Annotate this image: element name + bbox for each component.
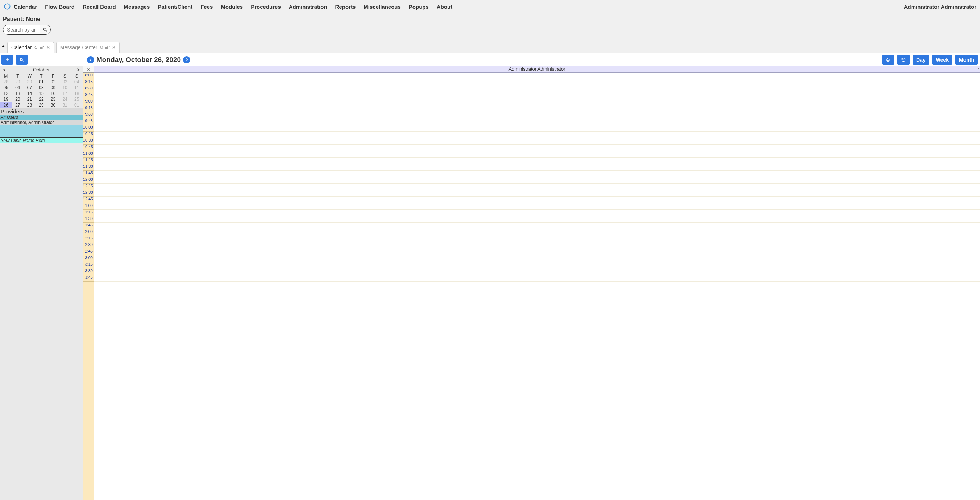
provider-icon-header[interactable] [83, 66, 94, 73]
mini-cal-day[interactable]: 06 [12, 85, 24, 90]
mini-cal-day[interactable]: 21 [24, 96, 35, 102]
time-slot-label[interactable]: 1:45 [83, 223, 94, 229]
mini-cal-prev[interactable]: < [3, 67, 6, 73]
mini-cal-day[interactable]: 18 [71, 90, 83, 96]
schedule-slot[interactable] [94, 92, 980, 99]
lock-icon[interactable]: 🔓︎ [40, 45, 44, 50]
view-week-button[interactable]: Week [932, 55, 953, 65]
mini-cal-day[interactable]: 30 [24, 79, 35, 85]
print-button[interactable] [882, 55, 894, 65]
schedule-slot[interactable] [94, 236, 980, 242]
schedule-slot[interactable] [94, 190, 980, 197]
mini-cal-day[interactable]: 04 [71, 79, 83, 85]
mini-cal-day[interactable]: 28 [24, 102, 35, 108]
time-slot-label[interactable]: 1:15 [83, 210, 94, 216]
mini-cal-day[interactable]: 13 [12, 90, 24, 96]
menu-item-fees[interactable]: Fees [200, 4, 213, 10]
time-slot-label[interactable]: 8:30 [83, 86, 94, 92]
menu-item-patient-client[interactable]: Patient/Client [158, 4, 192, 10]
mini-cal-day[interactable]: 11 [71, 85, 83, 90]
schedule-slot[interactable] [94, 151, 980, 158]
time-slot-label[interactable]: 9:45 [83, 119, 94, 125]
menu-item-flow-board[interactable]: Flow Board [45, 4, 75, 10]
mini-cal-day[interactable]: 22 [35, 96, 48, 102]
mini-cal-day[interactable]: 25 [71, 96, 83, 102]
time-slot-label[interactable]: 10:15 [83, 132, 94, 138]
mini-cal-day[interactable]: 26 [0, 102, 12, 108]
menu-item-modules[interactable]: Modules [221, 4, 243, 10]
menu-item-reports[interactable]: Reports [335, 4, 356, 10]
mini-cal-day[interactable]: 17 [59, 90, 71, 96]
time-slot-label[interactable]: 2:15 [83, 236, 94, 242]
mini-cal-day[interactable]: 20 [12, 96, 24, 102]
menu-item-miscellaneous[interactable]: Miscellaneous [364, 4, 401, 10]
schedule-slot[interactable] [94, 262, 980, 268]
mini-cal-day[interactable]: 05 [0, 85, 12, 90]
schedule-slot[interactable] [94, 158, 980, 164]
menu-item-calendar[interactable]: Calendar [14, 4, 37, 10]
menu-item-messages[interactable]: Messages [124, 4, 150, 10]
menu-item-recall-board[interactable]: Recall Board [83, 4, 116, 10]
mini-cal-day[interactable]: 16 [47, 90, 59, 96]
mini-cal-day[interactable]: 31 [59, 102, 71, 108]
time-slot-label[interactable]: 11:45 [83, 171, 94, 177]
mini-cal-day[interactable]: 09 [47, 85, 59, 90]
schedule-slot[interactable] [94, 223, 980, 229]
schedule-slot[interactable] [94, 164, 980, 171]
schedule-rows[interactable] [94, 73, 980, 500]
time-slot-label[interactable]: 9:15 [83, 105, 94, 112]
collapse-caret-icon[interactable] [2, 45, 5, 48]
schedule-slot[interactable] [94, 99, 980, 105]
provider-administrator[interactable]: Administrator, Administrator [0, 120, 83, 125]
mini-cal-day[interactable]: 12 [0, 90, 12, 96]
mini-cal-day[interactable]: 03 [59, 79, 71, 85]
time-slot-label[interactable]: 11:15 [83, 158, 94, 164]
time-slot-label[interactable]: 1:30 [83, 216, 94, 223]
time-slot-label[interactable]: 8:15 [83, 79, 94, 86]
time-slot-label[interactable]: 12:00 [83, 177, 94, 184]
mini-cal-day[interactable]: 07 [24, 85, 35, 90]
provider-all-users[interactable]: All Users [0, 115, 83, 120]
schedule-slot[interactable] [94, 119, 980, 125]
mini-cal-next[interactable]: > [77, 67, 80, 73]
schedule-slot[interactable] [94, 138, 980, 144]
mini-cal-day[interactable]: 29 [12, 79, 24, 85]
mini-cal-day[interactable]: 19 [0, 96, 12, 102]
time-slot-label[interactable]: 8:45 [83, 92, 94, 99]
schedule-slot[interactable] [94, 132, 980, 138]
menu-item-administration[interactable]: Administration [289, 4, 327, 10]
time-slot-label[interactable]: 8:00 [83, 73, 94, 79]
schedule-slot[interactable] [94, 268, 980, 275]
schedule-slot[interactable] [94, 216, 980, 223]
schedule-slot[interactable] [94, 229, 980, 236]
schedule-slot[interactable] [94, 210, 980, 216]
close-icon[interactable]: ✕ [46, 45, 50, 50]
time-slot-label[interactable]: 10:45 [83, 144, 94, 151]
mini-cal-day[interactable]: 23 [47, 96, 59, 102]
schedule-slot[interactable] [94, 125, 980, 132]
schedule-slot[interactable] [94, 197, 980, 203]
time-slot-label[interactable]: 11:00 [83, 151, 94, 158]
mini-cal-day[interactable]: 29 [35, 102, 48, 108]
schedule-slot[interactable] [94, 105, 980, 112]
tab-message-center[interactable]: Message Center↻🔓︎✕ [56, 42, 119, 52]
refresh-button[interactable] [897, 55, 910, 65]
mini-cal-day[interactable]: 01 [71, 102, 83, 108]
lock-icon[interactable]: 🔓︎ [105, 45, 110, 50]
schedule-slot[interactable] [94, 275, 980, 281]
mini-cal-day[interactable]: 10 [59, 85, 71, 90]
time-slot-label[interactable]: 3:15 [83, 262, 94, 268]
schedule-slot[interactable] [94, 112, 980, 119]
time-slot-label[interactable]: 3:30 [83, 268, 94, 275]
tab-calendar[interactable]: Calendar↻🔓︎✕ [7, 42, 54, 52]
schedule-provider-header[interactable]: Administrator Administrator › [94, 66, 980, 73]
schedule-slot[interactable] [94, 177, 980, 184]
mini-cal-day[interactable]: 27 [12, 102, 24, 108]
schedule-slot[interactable] [94, 86, 980, 92]
menu-item-procedures[interactable]: Procedures [251, 4, 281, 10]
patient-search-input[interactable] [3, 25, 40, 34]
time-slot-label[interactable]: 10:00 [83, 125, 94, 132]
time-slot-label[interactable]: 12:15 [83, 184, 94, 190]
schedule-slot[interactable] [94, 171, 980, 177]
add-appointment-button[interactable] [2, 55, 13, 65]
